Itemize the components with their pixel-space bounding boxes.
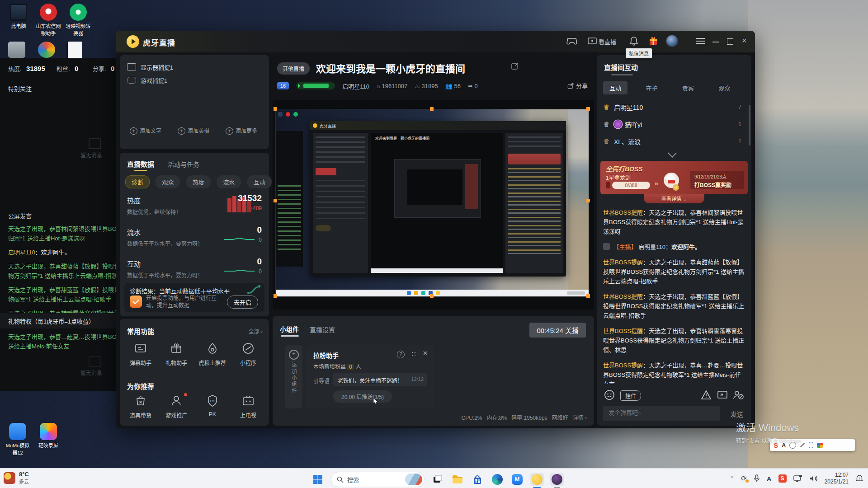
minimize-button[interactable] — [712, 42, 719, 42]
taskbar-weather[interactable]: 8°C 多云 — [4, 471, 29, 485]
add-beauty-button[interactable]: +添加美摄 — [178, 127, 209, 134]
recycle-bin-icon[interactable] — [8, 42, 25, 58]
rec-game-promo[interactable]: 游戏推广 — [159, 394, 193, 419]
source-item-game[interactable]: 游戏捕捉1 — [141, 76, 167, 84]
tab-live-data[interactable]: 直播数据 — [127, 159, 154, 169]
boss-event-banner[interactable]: 全民打BOSS 1星登龙剑 0/388 » 9/12/19/21/23点 打BO… — [600, 161, 748, 194]
microsoft-store-icon[interactable] — [471, 473, 484, 486]
user-avatar[interactable] — [666, 35, 678, 47]
edit-title-icon[interactable] — [511, 62, 519, 70]
status-detail-link[interactable]: 详情 › — [573, 415, 587, 421]
pill-viewers[interactable]: 观众 — [156, 175, 180, 188]
resize-handle-se[interactable] — [586, 294, 590, 298]
category-badge[interactable]: 其他直播 — [277, 62, 310, 75]
user-row[interactable]: ♛ XL、流浪 1 — [603, 133, 745, 150]
widget-close-icon[interactable]: ✕ — [422, 349, 428, 357]
taskbar-search[interactable]: 搜索 — [331, 472, 425, 487]
tray-sync-icon[interactable]: ⟳ — [741, 474, 747, 483]
tray-mic-icon[interactable] — [754, 474, 760, 483]
push-later-button[interactable]: 20:00 后推送(3/5) — [333, 390, 392, 403]
pill-heat[interactable]: 热度 — [186, 175, 211, 188]
scrollbar-thumb[interactable] — [749, 105, 750, 145]
drag-handle-icon[interactable] — [411, 351, 416, 357]
desktop-icon-mumu[interactable]: MuMu模拟器12 — [4, 423, 32, 456]
add-text-button[interactable]: +添加文字 — [130, 127, 161, 134]
douyu-taskbar-icon[interactable] — [550, 473, 564, 486]
tray-expand-icon[interactable]: ⌃ — [730, 475, 734, 482]
hamburger-menu-icon[interactable] — [696, 38, 705, 44]
send-button[interactable]: 发送 — [731, 409, 743, 418]
tray-ime-mode-icon[interactable]: A — [767, 475, 772, 483]
help-icon[interactable]: ? — [397, 351, 405, 358]
fn-miniprogram[interactable]: 小程序 — [231, 342, 265, 366]
close-button[interactable]: × — [742, 36, 747, 46]
browser360-icon[interactable] — [38, 42, 55, 58]
resize-handle-w[interactable] — [274, 199, 277, 202]
maximize-button[interactable] — [727, 38, 733, 45]
desktop-icon-video-converter[interactable]: 轻映视频转换器 — [64, 4, 92, 37]
mumu-emulator-icon[interactable]: M — [510, 473, 524, 486]
resize-handle-e[interactable] — [586, 199, 590, 202]
resize-handle-nw[interactable] — [274, 107, 277, 111]
pendant-button[interactable]: 挂件 — [620, 390, 641, 401]
desktop-icon-this-pc[interactable]: 此电脑 — [5, 4, 33, 29]
mic-tool-icon[interactable] — [809, 442, 813, 448]
resize-handle-sw[interactable] — [274, 294, 277, 298]
rec-props-sale[interactable]: 道具带货 — [123, 394, 158, 419]
chat-input-box[interactable] — [603, 406, 720, 421]
fn-gift-helper[interactable]: 礼物助手 — [159, 342, 193, 366]
view-details-ribbon[interactable]: 查看详情 ⌄ — [644, 194, 704, 203]
message-bell-icon[interactable] — [629, 36, 638, 46]
huya-taskbar-icon[interactable] — [530, 473, 544, 486]
gamepad-icon[interactable] — [566, 37, 578, 46]
rec-on-tv[interactable]: 上电视 — [231, 394, 265, 419]
tray-volume-icon[interactable] — [809, 475, 818, 482]
share-button[interactable]: 分享 — [567, 81, 588, 90]
task-view-button[interactable] — [431, 473, 444, 486]
add-widget-strip[interactable]: + 添加小组件 — [285, 345, 302, 408]
add-more-button[interactable]: +添加更多 — [226, 127, 257, 134]
source-item-monitor[interactable]: 显示器捕捉1 — [141, 63, 173, 71]
screen-share-icon[interactable] — [717, 390, 728, 400]
tab-audience[interactable]: 观众 — [712, 81, 736, 94]
file-explorer-icon[interactable] — [451, 473, 464, 486]
desktop-icon-bank-helper[interactable]: 山东农信网银助手 — [34, 4, 62, 37]
start-button[interactable] — [311, 473, 325, 486]
chevron-down-icon[interactable] — [668, 149, 677, 158]
tray-notification-icon[interactable]: z — [855, 474, 863, 483]
tray-clock[interactable]: 12:07 2025/1/21 — [825, 472, 849, 485]
pill-interact[interactable]: 互动 — [247, 175, 272, 188]
tray-sogou-icon[interactable]: S — [778, 474, 787, 483]
warning-icon[interactable] — [701, 390, 712, 400]
document-icon[interactable] — [68, 42, 82, 59]
desktop-icon-screen-recorder[interactable]: 轻映录屏 — [34, 423, 62, 449]
tab-widgets[interactable]: 小组件 — [280, 324, 299, 333]
search-highlight-image[interactable] — [405, 474, 422, 485]
pill-flow[interactable]: 流水 — [217, 175, 241, 188]
emoji-icon[interactable] — [604, 389, 615, 400]
resize-handle-ne[interactable] — [586, 107, 590, 111]
rec-pk[interactable]: PK PK — [195, 394, 230, 419]
gift-icon[interactable] — [648, 36, 658, 46]
guide-text-box[interactable]: 老铁们，关注主播不迷路！ 12/12 — [333, 373, 427, 386]
edge-browser-icon[interactable] — [491, 473, 504, 486]
tab-interact[interactable]: 互动 — [603, 81, 627, 94]
tray-display-icon[interactable] — [793, 475, 802, 483]
resize-handle-s[interactable] — [430, 294, 434, 298]
go-enable-button[interactable]: 去开启 — [227, 296, 258, 309]
stop-stream-button[interactable]: 00:45:24 关播 — [529, 323, 586, 338]
keyboard-tool-icon[interactable] — [817, 443, 823, 448]
user-row[interactable]: ♛ 猫吖yi 1 — [603, 116, 745, 133]
watch-live-label[interactable]: 看直播 — [599, 38, 616, 46]
quick-all-link[interactable]: 全部 › — [249, 327, 263, 335]
chat-input[interactable] — [608, 409, 713, 417]
fn-recommend[interactable]: 虎粮上推荐 — [195, 342, 230, 366]
tab-activity-tasks[interactable]: 活动与任务 — [168, 160, 199, 169]
tab-vip[interactable]: 贵宾 — [676, 81, 700, 94]
resize-handle-n[interactable] — [430, 107, 434, 111]
user-row[interactable]: ♛ 启明星110 7 — [603, 99, 745, 116]
tab-live-settings[interactable]: 直播设置 — [310, 325, 335, 334]
capture-preview[interactable]: 虎牙直播 欢迎来到我是一颗小虎牙的直播间 — [275, 109, 589, 297]
watch-live-tv-icon[interactable] — [587, 36, 597, 45]
pill-diagnose[interactable]: 诊断 — [125, 175, 150, 188]
